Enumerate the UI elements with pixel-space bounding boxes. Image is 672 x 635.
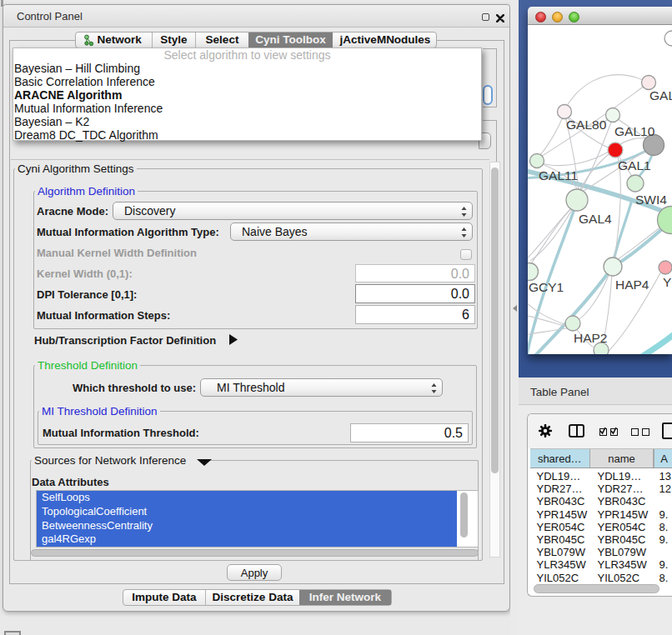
svg-text:GAL1: GAL1: [618, 158, 651, 172]
svg-text:GAL11: GAL11: [539, 168, 578, 182]
svg-text:GCY1: GCY1: [529, 280, 564, 294]
svg-text:GAL: GAL: [649, 88, 672, 102]
svg-text:SWI4: SWI4: [635, 192, 667, 207]
svg-text:HAP2: HAP2: [574, 331, 608, 345]
svg-text:HAP4: HAP4: [615, 278, 649, 292]
svg-text:GAL80: GAL80: [566, 118, 607, 132]
svg-text:GAL10: GAL10: [614, 124, 655, 138]
svg-text:Y: Y: [663, 275, 671, 289]
svg-text:GAL4: GAL4: [579, 212, 612, 226]
